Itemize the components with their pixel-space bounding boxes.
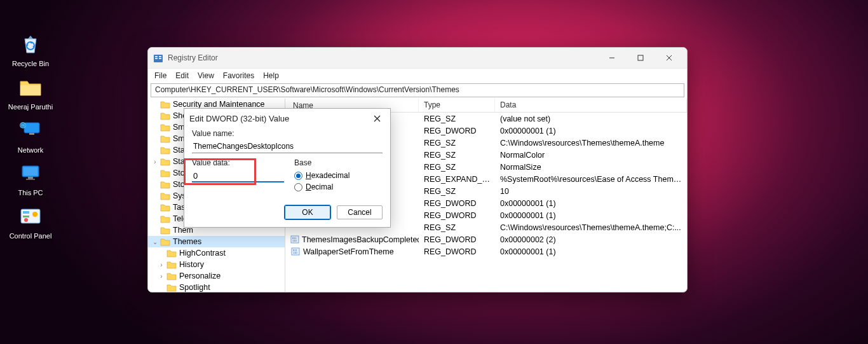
value-data: C:\Windows\resources\Themes\themeA.theme bbox=[495, 139, 687, 148]
folder-icon bbox=[166, 283, 177, 292]
value-data: 0x00000002 (2) bbox=[495, 235, 687, 244]
menu-bar: File Edit View Favorites Help bbox=[148, 68, 687, 82]
folder-icon bbox=[159, 226, 171, 235]
value-type: REG_SZ bbox=[419, 114, 495, 123]
value-name-field[interactable]: ThemeChangesDesktopIcons bbox=[192, 141, 383, 153]
tree-item[interactable]: ›History bbox=[148, 259, 285, 270]
tree-item[interactable]: ›Personalize bbox=[148, 270, 285, 282]
tree-item-label: History bbox=[179, 260, 204, 269]
close-button[interactable] bbox=[654, 48, 683, 68]
maximize-button[interactable] bbox=[626, 48, 654, 68]
edit-dword-dialog: Edit DWORD (32-bit) Value Value name: Th… bbox=[184, 108, 391, 228]
folder-icon bbox=[159, 191, 171, 200]
icon-label: Neeraj Paruthi bbox=[8, 103, 53, 112]
ok-button[interactable]: OK bbox=[285, 205, 330, 219]
menu-view[interactable]: View bbox=[198, 71, 214, 80]
value-type: REG_DWORD bbox=[419, 127, 495, 135]
svg-rect-9 bbox=[23, 211, 29, 214]
value-data-input[interactable] bbox=[192, 170, 284, 182]
radio-hexadecimal[interactable]: Hexadecimal bbox=[294, 170, 383, 181]
tree-item[interactable]: Spotlight bbox=[148, 282, 285, 292]
value-name: WallpaperSetFromTheme bbox=[303, 247, 394, 256]
icon-label: Recycle Bin bbox=[12, 60, 49, 69]
svg-rect-5 bbox=[24, 167, 37, 175]
tree-item[interactable]: ⌄Themes bbox=[148, 236, 285, 247]
icon-label: Network bbox=[18, 146, 43, 155]
regedit-icon bbox=[153, 53, 163, 63]
tree-item-label: Spotlight bbox=[179, 283, 210, 292]
svg-rect-14 bbox=[155, 56, 158, 57]
folder-icon bbox=[166, 249, 177, 258]
desktop-icon-network[interactable]: Network bbox=[8, 118, 53, 155]
control-panel-icon bbox=[18, 204, 43, 230]
value-data: 0x00000001 (1) bbox=[495, 127, 687, 135]
binary-value-icon: 011110 bbox=[290, 247, 301, 256]
desktop-icon-control-panel[interactable]: Control Panel bbox=[8, 204, 53, 241]
folder-icon bbox=[159, 180, 171, 189]
svg-text:110: 110 bbox=[292, 239, 297, 242]
radio-decimal[interactable]: Decimal bbox=[294, 181, 383, 193]
value-data-label: Value data: bbox=[192, 158, 284, 167]
folder-icon bbox=[159, 123, 171, 132]
folder-icon bbox=[159, 214, 171, 223]
folder-icon bbox=[166, 272, 177, 280]
folder-icon bbox=[159, 100, 171, 109]
icon-label: This PC bbox=[18, 189, 43, 198]
svg-rect-16 bbox=[159, 56, 161, 57]
folder-icon bbox=[18, 75, 43, 100]
col-data[interactable]: Data bbox=[495, 99, 687, 112]
svg-point-10 bbox=[32, 212, 37, 217]
svg-rect-19 bbox=[638, 55, 643, 60]
svg-rect-17 bbox=[159, 58, 161, 59]
folder-icon bbox=[159, 111, 171, 120]
folder-icon bbox=[159, 134, 171, 143]
svg-text:110: 110 bbox=[293, 251, 297, 254]
menu-edit[interactable]: Edit bbox=[175, 71, 189, 80]
desktop-icon-recycle-bin[interactable]: Recycle Bin bbox=[8, 32, 53, 69]
svg-rect-2 bbox=[29, 133, 34, 135]
value-row[interactable]: 011110WallpaperSetFromThemeREG_DWORD0x00… bbox=[285, 245, 687, 258]
address-bar[interactable]: Computer\HKEY_CURRENT_USER\Software\Micr… bbox=[151, 83, 684, 97]
value-type: REG_SZ bbox=[419, 223, 495, 232]
value-type: REG_DWORD bbox=[419, 199, 495, 208]
value-data: 10 bbox=[495, 187, 687, 196]
value-data: NormalSize bbox=[495, 163, 687, 172]
svg-rect-1 bbox=[24, 123, 39, 133]
menu-help[interactable]: Help bbox=[263, 71, 279, 80]
value-name: ThemesImagesBackupCompleted bbox=[302, 235, 419, 244]
tree-item-label: Security and Maintenance bbox=[173, 100, 265, 109]
menu-file[interactable]: File bbox=[154, 71, 166, 80]
dialog-titlebar[interactable]: Edit DWORD (32-bit) Value bbox=[184, 109, 390, 128]
value-data: NormalColor bbox=[495, 151, 687, 160]
dialog-close-button[interactable] bbox=[369, 110, 385, 127]
desktop-icon-user-folder[interactable]: Neeraj Paruthi bbox=[8, 75, 53, 112]
cancel-button[interactable]: Cancel bbox=[337, 205, 383, 219]
svg-rect-11 bbox=[23, 216, 29, 217]
recycle-bin-icon bbox=[18, 32, 43, 57]
menu-favorites[interactable]: Favorites bbox=[223, 71, 254, 80]
value-type: REG_SZ bbox=[419, 187, 495, 196]
value-data: (value not set) bbox=[495, 114, 687, 123]
radio-dot-icon bbox=[294, 172, 302, 180]
tree-item[interactable]: HighContrast bbox=[148, 247, 285, 259]
value-type: REG_SZ bbox=[419, 151, 495, 160]
folder-icon bbox=[159, 157, 171, 166]
value-data: 0x00000001 (1) bbox=[495, 211, 687, 220]
dialog-body: Value name: ThemeChangesDesktopIcons Val… bbox=[184, 128, 390, 199]
value-type: REG_DWORD bbox=[419, 235, 495, 244]
desktop-icon-this-pc[interactable]: This PC bbox=[8, 161, 53, 198]
window-title: Registry Editor bbox=[168, 53, 597, 62]
minimize-button[interactable] bbox=[597, 48, 626, 68]
svg-point-12 bbox=[24, 218, 28, 222]
base-label: Base bbox=[294, 158, 383, 167]
icon-label: Control Panel bbox=[10, 232, 52, 241]
col-type[interactable]: Type bbox=[419, 99, 495, 112]
tree-item-label: Themes bbox=[173, 237, 201, 246]
value-row[interactable]: 011110ThemesImagesBackupCompletedREG_DWO… bbox=[285, 233, 687, 245]
value-data: %SystemRoot%\resources\Ease of Access Th… bbox=[495, 175, 687, 184]
svg-rect-6 bbox=[28, 177, 33, 179]
value-type: REG_EXPAND_SZ bbox=[419, 175, 495, 184]
titlebar[interactable]: Registry Editor bbox=[148, 48, 687, 68]
value-data: 0x00000001 (1) bbox=[495, 199, 687, 208]
svg-rect-7 bbox=[26, 179, 35, 180]
